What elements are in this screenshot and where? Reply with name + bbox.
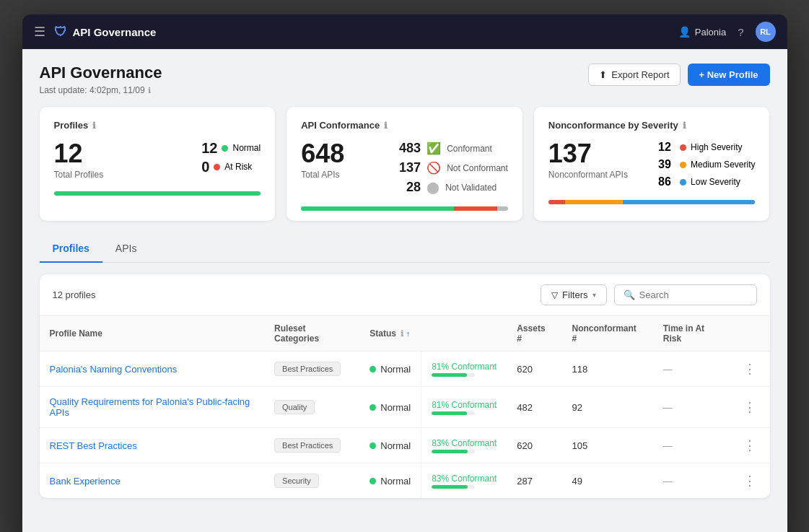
- table-header: Profile Name Ruleset Categories Status ℹ…: [40, 316, 770, 352]
- category-badge: Quality: [274, 400, 315, 414]
- profiles-stat-card: Profiles ℹ 12 Total Profiles 12 Normal: [40, 107, 276, 221]
- nonconformance-stat-card: Nonconformance by Severity ℹ 137 Nonconf…: [534, 107, 770, 221]
- export-label: Export Report: [611, 69, 669, 80]
- not-validated-label: Not Validated: [445, 183, 497, 193]
- avatar[interactable]: RL: [756, 22, 776, 42]
- time-at-risk-value: —: [663, 476, 673, 487]
- profiles-card-title: Profiles ℹ: [54, 120, 261, 131]
- conformance-bar-wrap: [301, 206, 508, 211]
- conformance-total-label: Total APIs: [301, 170, 344, 180]
- time-at-risk-cell: —: [653, 387, 731, 428]
- table-toolbar: 12 profiles ▽ Filters ▾ 🔍: [40, 274, 770, 316]
- status-label: Normal: [380, 402, 411, 413]
- profile-link[interactable]: REST Best Practices: [50, 440, 137, 451]
- time-at-risk-value: —: [663, 440, 673, 451]
- user-menu[interactable]: 👤 Palonia: [678, 26, 726, 38]
- filters-button[interactable]: ▽ Filters ▾: [541, 284, 606, 305]
- profiles-total-label: Total Profiles: [54, 170, 104, 180]
- status-label: Normal: [380, 364, 411, 375]
- profiles-normal-label: Normal: [232, 143, 261, 153]
- col-conformant: [421, 316, 507, 352]
- table-row: Palonia's Naming Conventions Best Practi…: [40, 352, 770, 387]
- not-validated-value: 28: [396, 180, 421, 195]
- nonconformance-side: 12 High Severity 39 Medium Severity 86: [658, 141, 755, 188]
- tab-profiles[interactable]: Profiles: [40, 235, 102, 263]
- filter-label: Filters: [562, 289, 587, 300]
- col-time-at-risk: Time in At Risk: [653, 316, 731, 352]
- profile-name-cell: Palonia's Naming Conventions: [40, 352, 265, 387]
- status-cell: Normal: [359, 352, 421, 387]
- tab-apis[interactable]: APIs: [102, 235, 150, 263]
- profiles-bar-green: [54, 191, 261, 196]
- profiles-side: 12 Normal 0 At Risk: [201, 141, 261, 174]
- conformant-bar-fill: [432, 450, 468, 453]
- atrisk-dot: [214, 164, 220, 170]
- profiles-table-card: 12 profiles ▽ Filters ▾ 🔍: [40, 274, 770, 498]
- conformant-wrap: 83% Conformant: [432, 438, 497, 453]
- conformant-bar: [432, 373, 475, 377]
- conformant-bar: [432, 485, 475, 489]
- export-report-button[interactable]: ⬆ Export Report: [588, 64, 680, 86]
- profile-link[interactable]: Bank Experience: [50, 476, 121, 487]
- table-row: REST Best Practices Best Practices Norma…: [40, 428, 770, 463]
- profiles-atrisk-label: At Risk: [224, 162, 252, 172]
- help-button[interactable]: ?: [738, 26, 743, 38]
- new-profile-button[interactable]: + New Profile: [688, 64, 770, 86]
- profile-name-cell: REST Best Practices: [40, 428, 265, 463]
- conformant-bar: [432, 411, 475, 415]
- conformant-cell: 81% Conformant: [421, 387, 507, 428]
- new-profile-label: + New Profile: [699, 69, 758, 80]
- profile-link[interactable]: Palonia's Naming Conventions: [50, 364, 178, 375]
- conformant-bar-fill: [432, 411, 467, 415]
- conformance-card-title: API Conformance ℹ: [301, 120, 508, 131]
- more-actions-icon[interactable]: ⋮: [740, 472, 759, 489]
- search-icon: 🔍: [624, 289, 635, 300]
- sort-icon[interactable]: ↑: [406, 329, 411, 338]
- status-dot: [369, 404, 376, 411]
- high-severity-item: 12 High Severity: [658, 141, 755, 154]
- profiles-table: Profile Name Ruleset Categories Status ℹ…: [40, 316, 770, 498]
- category-cell: Best Practices: [264, 352, 359, 387]
- conformant-pct-label: 81% Conformant: [432, 400, 497, 410]
- nonconformance-card-body: 137 Nonconformant APIs 12 High Severity …: [548, 141, 756, 188]
- chevron-down-icon: ▾: [592, 291, 596, 299]
- low-severity-item: 86 Low Severity: [658, 175, 755, 188]
- hamburger-menu-icon[interactable]: ☰: [34, 24, 45, 40]
- app-title: API Governance: [73, 26, 157, 38]
- not-validated-row: 28 ⬤ Not Validated: [396, 180, 508, 195]
- filter-icon: ▽: [551, 290, 558, 300]
- status-label: Normal: [380, 440, 411, 451]
- nonconformance-bar-red: [548, 200, 565, 204]
- profiles-bar-wrap: [54, 191, 261, 196]
- category-cell: Best Practices: [264, 428, 359, 463]
- search-input[interactable]: [639, 289, 748, 300]
- more-actions-icon[interactable]: ⋮: [740, 360, 759, 378]
- time-at-risk-cell: —: [653, 352, 731, 387]
- conformant-value: 483: [396, 141, 421, 156]
- row-actions-cell: ⋮: [730, 428, 769, 463]
- low-dot: [680, 179, 686, 186]
- conformant-bar: [432, 450, 475, 453]
- conformant-row: 483 ✅ Conformant: [396, 141, 508, 156]
- status-dot: [369, 442, 376, 449]
- profile-name-cell: Bank Experience: [40, 463, 265, 499]
- status-normal: Normal: [369, 476, 411, 487]
- col-profile-name: Profile Name: [40, 316, 265, 352]
- more-actions-icon[interactable]: ⋮: [740, 437, 759, 454]
- search-box[interactable]: 🔍: [614, 284, 757, 305]
- category-badge: Best Practices: [274, 362, 341, 376]
- conformance-values: 483 ✅ Conformant 137 🚫 Not Conformant 28…: [396, 141, 508, 195]
- conformant-wrap: 81% Conformant: [432, 400, 497, 415]
- profiles-card-body: 12 Total Profiles 12 Normal 0 At Risk: [54, 141, 261, 180]
- page-title: API Governance: [40, 64, 162, 82]
- page-header-left: API Governance Last update: 4:02pm, 11/0…: [40, 64, 162, 95]
- time-at-risk-value: —: [663, 364, 673, 375]
- medium-dot: [680, 162, 686, 168]
- row-actions-cell: ⋮: [730, 352, 769, 387]
- more-actions-icon[interactable]: ⋮: [740, 398, 759, 416]
- table-row: Bank Experience Security Normal 83% Conf…: [40, 463, 770, 499]
- profile-link[interactable]: Quality Requirements for Palonia's Publi…: [50, 396, 250, 418]
- conformant-cell: 81% Conformant: [421, 352, 507, 387]
- profiles-info-icon: ℹ: [92, 121, 96, 131]
- status-dot: [369, 366, 376, 372]
